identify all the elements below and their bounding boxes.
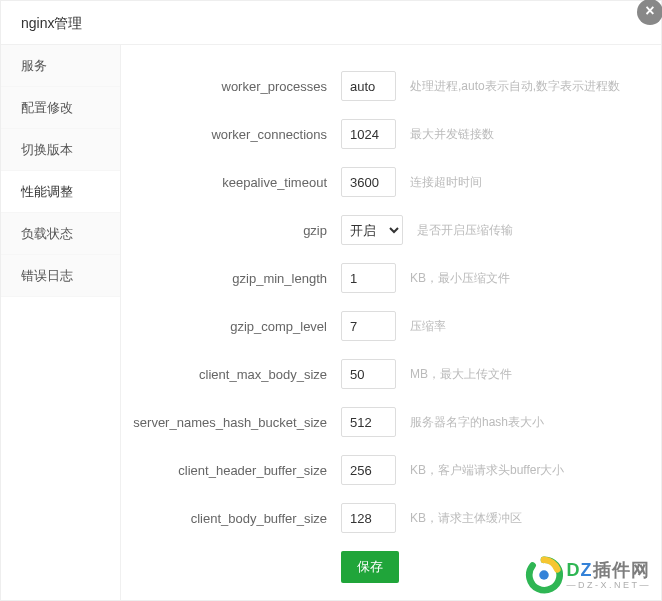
sidebar-item-version[interactable]: 切换版本 [1,129,120,171]
field-label: client_max_body_size [131,367,341,382]
field-label: keepalive_timeout [131,175,341,190]
field-hint: KB，请求主体缓冲区 [410,510,522,527]
sidebar: 服务 配置修改 切换版本 性能调整 负载状态 错误日志 [1,45,121,600]
client-max-body-size-input[interactable] [341,359,396,389]
field-hint: 最大并发链接数 [410,126,494,143]
field-label: gzip [131,223,341,238]
field-hint: 处理进程,auto表示自动,数字表示进程数 [410,78,620,95]
modal-title: nginx管理 [1,1,661,45]
sidebar-item-load[interactable]: 负载状态 [1,213,120,255]
worker-processes-input[interactable] [341,71,396,101]
server-names-hash-input[interactable] [341,407,396,437]
field-hint: MB，最大上传文件 [410,366,512,383]
client-body-buffer-input[interactable] [341,503,396,533]
field-label: client_body_buffer_size [131,511,341,526]
gzip-select[interactable]: 开启 [341,215,403,245]
field-label: gzip_comp_level [131,319,341,334]
sidebar-item-performance[interactable]: 性能调整 [1,171,120,213]
sidebar-item-service[interactable]: 服务 [1,45,120,87]
field-label: server_names_hash_bucket_size [131,415,341,430]
worker-connections-input[interactable] [341,119,396,149]
field-hint: KB，客户端请求头buffer大小 [410,462,564,479]
field-hint: 连接超时时间 [410,174,482,191]
field-label: worker_processes [131,79,341,94]
sidebar-item-errorlog[interactable]: 错误日志 [1,255,120,297]
field-hint: KB，最小压缩文件 [410,270,510,287]
content-panel: worker_processes 处理进程,auto表示自动,数字表示进程数 w… [121,45,661,600]
gzip-min-length-input[interactable] [341,263,396,293]
field-label: gzip_min_length [131,271,341,286]
field-hint: 压缩率 [410,318,446,335]
field-label: worker_connections [131,127,341,142]
gzip-comp-level-input[interactable] [341,311,396,341]
sidebar-item-config[interactable]: 配置修改 [1,87,120,129]
save-button[interactable]: 保存 [341,551,399,583]
field-hint: 是否开启压缩传输 [417,222,513,239]
field-hint: 服务器名字的hash表大小 [410,414,544,431]
field-label: client_header_buffer_size [131,463,341,478]
keepalive-timeout-input[interactable] [341,167,396,197]
client-header-buffer-input[interactable] [341,455,396,485]
